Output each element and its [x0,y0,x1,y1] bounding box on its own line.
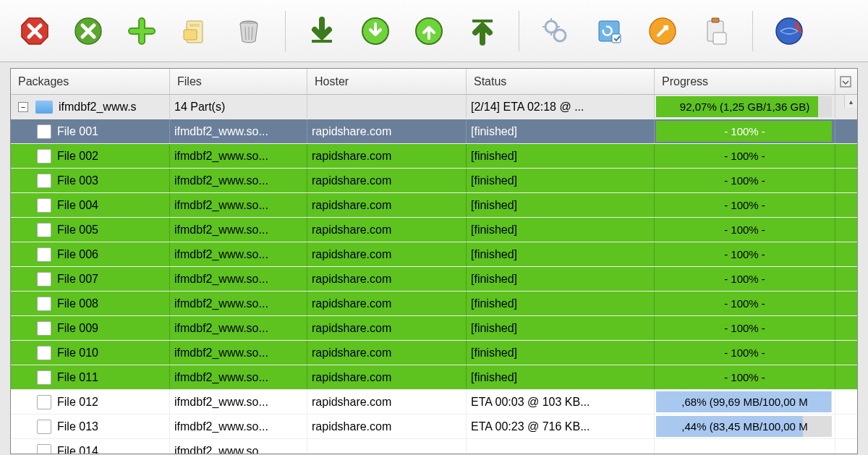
svg-rect-27 [841,77,851,87]
file-name: File 009 [57,322,98,335]
file-icon [37,174,51,188]
file-row[interactable]: File 002ifmdbf2_www.so...rapidshare.com[… [11,144,857,169]
file-progress: - 100% - [655,267,835,291]
settings-button[interactable] [535,11,576,51]
file-name: File 012 [57,396,98,409]
stop-button[interactable] [14,11,55,51]
file-progress: - 100% - [655,169,835,192]
file-name: File 010 [57,346,98,360]
table-header: Packages Files Hoster Status Progress [11,69,857,95]
file-status: [finished] [467,365,655,389]
refresh-panel-button[interactable] [589,11,629,51]
collapse-icon[interactable]: − [18,102,28,112]
down-circle-button[interactable] [355,11,396,51]
update-button[interactable] [769,11,809,51]
file-source: ifmdbf2_www.so... [170,414,307,438]
file-progress: ,44% (83,45 MB/100,00 M [655,414,835,438]
package-name: ifmdbf2_www.s [59,101,137,114]
file-name: File 005 [57,224,98,237]
svg-rect-9 [312,40,332,43]
file-progress: - 100% - [655,316,835,340]
file-status: [finished] [467,242,655,266]
file-status: [finished] [467,144,655,168]
file-row[interactable]: File 010ifmdbf2_www.so...rapidshare.com[… [11,341,857,365]
file-hoster: rapidshare.com [307,414,467,438]
file-name: File 001 [57,125,98,138]
svg-rect-4 [184,30,197,40]
scroll-up-button[interactable]: ▴ [844,95,857,108]
package-status: [2/14] ETA 02:18 @ ... [467,95,655,119]
file-progress: - 100% - [655,292,835,315]
file-icon [37,124,51,139]
file-name: File 008 [57,297,98,310]
file-status: [finished] [467,341,655,365]
file-status: [finished] [467,292,655,315]
column-packages[interactable]: Packages [11,69,170,94]
file-progress: - 100% - [655,341,835,365]
svg-point-14 [554,30,566,41]
paste-folder-button[interactable] [175,11,216,51]
file-row[interactable]: File 005ifmdbf2_www.so...rapidshare.com[… [11,218,857,242]
file-row[interactable]: File 013ifmdbf2_www.so...rapidshare.comE… [11,414,857,439]
file-hoster: rapidshare.com [307,316,467,340]
file-hoster: rapidshare.com [307,390,467,414]
file-status: [finished] [467,169,655,192]
clipboard-button[interactable] [696,11,736,51]
download-button[interactable] [302,11,342,51]
add-button[interactable] [122,11,162,51]
file-source: ifmdbf2_www.so [170,439,307,454]
file-hoster: rapidshare.com [307,169,467,192]
file-row[interactable]: File 007ifmdbf2_www.so...rapidshare.com[… [11,267,857,292]
file-source: ifmdbf2_www.so... [170,292,307,315]
file-row[interactable]: File 008ifmdbf2_www.so...rapidshare.com[… [11,292,857,316]
file-row[interactable]: File 011ifmdbf2_www.so...rapidshare.com[… [11,365,857,390]
svg-rect-12 [472,20,493,22]
file-source: ifmdbf2_www.so... [170,365,307,389]
column-progress[interactable]: Progress [655,69,835,94]
svg-rect-24 [713,33,726,44]
column-files[interactable]: Files [170,69,307,94]
file-hoster: rapidshare.com [307,119,467,143]
file-row[interactable]: File 001ifmdbf2_www.so...rapidshare.com[… [11,119,857,144]
file-source: ifmdbf2_www.so... [170,242,307,266]
file-hoster: rapidshare.com [307,218,467,242]
file-icon [37,395,51,409]
file-icon [37,444,51,454]
file-icon [37,149,51,163]
file-icon [37,370,51,385]
downloads-table: Packages Files Hoster Status Progress ▴ … [10,68,858,454]
file-source: ifmdbf2_www.so... [170,144,307,168]
file-hoster: rapidshare.com [307,365,467,389]
file-source: ifmdbf2_www.so... [170,119,307,143]
package-row[interactable]: − ifmdbf2_www.s 14 Part(s) [2/14] ETA 02… [11,95,857,119]
file-hoster: rapidshare.com [307,267,467,291]
file-hoster: rapidshare.com [307,292,467,315]
file-source: ifmdbf2_www.so... [170,316,307,340]
file-row[interactable]: File 004ifmdbf2_www.so...rapidshare.com[… [11,193,857,218]
file-progress: - 100% - [655,218,835,242]
file-row[interactable]: File 003ifmdbf2_www.so...rapidshare.com[… [11,169,857,193]
reconnect-button[interactable] [642,11,683,51]
file-progress: - 100% - [655,242,835,266]
trash-button[interactable] [229,11,269,51]
stop-remove-button[interactable] [68,11,109,51]
file-name: File 007 [57,273,98,286]
column-status[interactable]: Status [467,69,655,94]
up-circle-button[interactable] [409,11,449,51]
file-progress: ,68% (99,69 MB/100,00 M [655,390,835,414]
upload-button[interactable] [462,11,503,51]
file-row[interactable]: File 012ifmdbf2_www.so...rapidshare.comE… [11,390,857,414]
file-source: ifmdbf2_www.so... [170,193,307,217]
file-status: ETA 00:23 @ 716 KB... [467,414,655,438]
file-row[interactable]: File 009ifmdbf2_www.so...rapidshare.com[… [11,316,857,341]
file-name: File 004 [57,199,98,212]
file-row[interactable]: File 006ifmdbf2_www.so...rapidshare.com[… [11,242,857,267]
file-status: [finished] [467,119,655,143]
column-chooser-button[interactable] [835,76,856,88]
toolbar-separator [519,11,519,51]
package-files: 14 Part(s) [170,95,307,119]
folder-icon [35,101,53,114]
file-hoster: rapidshare.com [307,242,467,266]
file-row[interactable]: File 014ifmdbf2_www.so [11,439,857,454]
column-hoster[interactable]: Hoster [307,69,467,94]
